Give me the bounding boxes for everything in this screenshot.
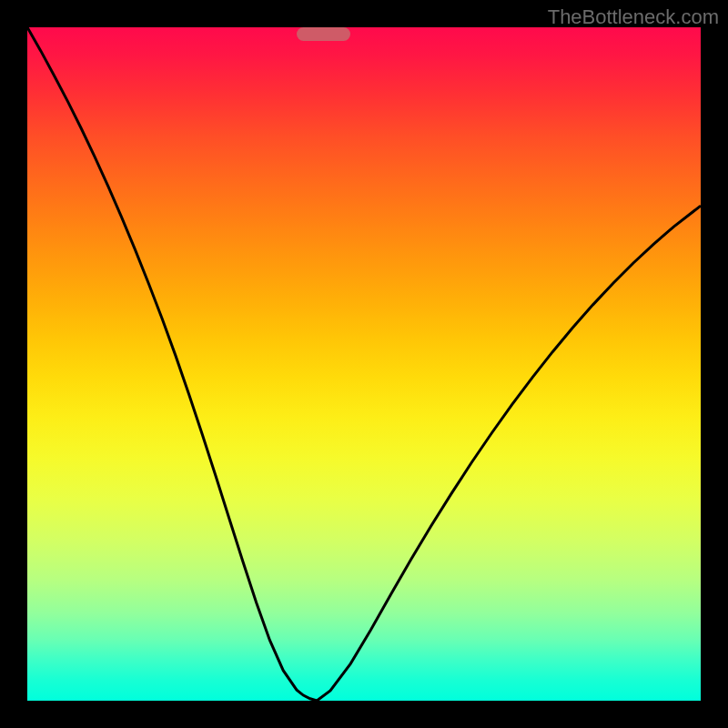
- watermark-text: TheBottleneck.com: [548, 5, 719, 29]
- left-curve: [27, 27, 317, 701]
- plot-area: [27, 27, 701, 701]
- bottleneck-curves: [27, 27, 701, 701]
- optimal-marker: [297, 27, 350, 41]
- chart-container: TheBottleneck.com: [0, 0, 728, 728]
- right-curve: [317, 206, 701, 701]
